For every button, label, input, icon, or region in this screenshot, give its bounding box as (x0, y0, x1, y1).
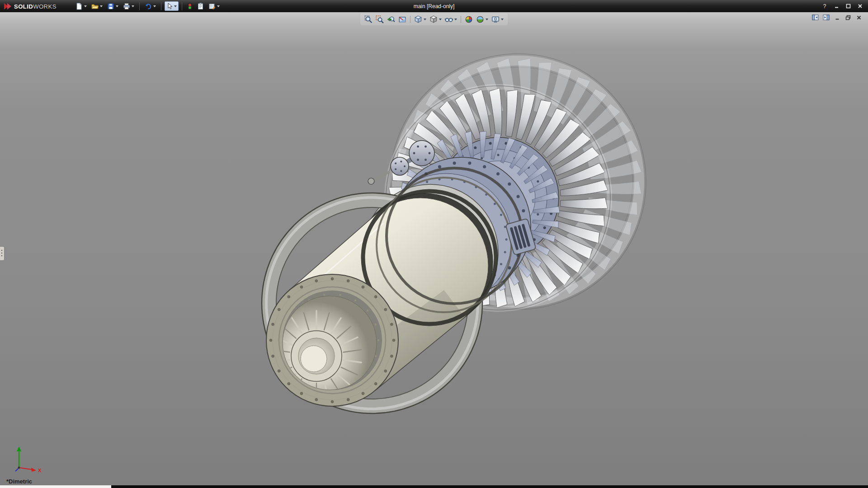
minimize-document-icon (835, 15, 840, 20)
restore-document-button[interactable] (844, 14, 852, 21)
pane-right-button[interactable] (822, 14, 830, 21)
heads-up-view-toolbar (360, 14, 508, 25)
new-document-button[interactable] (74, 1, 89, 11)
document-window-controls (811, 14, 863, 21)
view-settings-icon (491, 15, 500, 23)
section-view-icon (398, 15, 406, 23)
save-icon (107, 3, 114, 10)
taskbar-edge (111, 485, 868, 488)
select-tool-button[interactable] (165, 1, 179, 11)
graphics-viewport[interactable]: X *Dimetric (0, 12, 868, 488)
close-icon (858, 4, 863, 9)
triad-x-label: X (38, 468, 42, 473)
zoom-to-area-icon (376, 15, 384, 23)
previous-view-button[interactable] (386, 14, 396, 24)
engine-model-3d[interactable] (0, 12, 868, 488)
title-bar: SOLIDWORKS (0, 0, 868, 12)
print-icon (123, 3, 130, 10)
window-controls: ? (820, 2, 868, 10)
standard-toolbar (63, 1, 222, 11)
section-view-button[interactable] (397, 14, 407, 24)
pane-left-icon (812, 14, 819, 20)
minimize-icon (834, 4, 839, 9)
file-properties-button[interactable] (195, 1, 206, 11)
help-button[interactable]: ? (820, 2, 829, 10)
view-orientation-button[interactable] (413, 14, 427, 24)
edit-appearance-sphere-icon (465, 15, 473, 23)
bottom-edge-bar (0, 485, 868, 488)
rebuild-traffic-light-icon (187, 3, 193, 10)
options-sheet-icon (208, 3, 216, 10)
print-button[interactable] (121, 1, 136, 11)
options-button[interactable] (207, 1, 222, 11)
brand-text-solid: SOLID (14, 3, 33, 10)
close-document-icon (856, 15, 862, 20)
undo-icon (145, 3, 152, 10)
display-style-cube-icon (429, 15, 438, 23)
pane-left-button[interactable] (811, 14, 819, 21)
hide-show-glasses-icon (445, 15, 453, 23)
zoom-to-fit-icon (364, 15, 373, 23)
view-orientation-label: *Dimetric (6, 478, 32, 485)
undo-button[interactable] (143, 1, 158, 11)
rebuild-button[interactable] (185, 1, 194, 11)
solidworks-logo-icon (4, 3, 12, 10)
edit-appearance-button[interactable] (464, 14, 474, 24)
zoom-to-fit-button[interactable] (363, 14, 373, 24)
featuremanager-flyout-handle[interactable] (0, 246, 5, 261)
close-document-button[interactable] (855, 14, 863, 21)
pane-right-icon (823, 14, 830, 20)
select-cursor-icon (166, 3, 173, 9)
view-orientation-cube-icon (414, 15, 422, 23)
orientation-triad: X (11, 444, 47, 475)
apply-scene-button[interactable] (475, 14, 489, 24)
solidworks-window: SOLIDWORKS (0, 0, 868, 488)
brand-text-works: WORKS (33, 3, 57, 10)
zoom-to-area-button[interactable] (375, 14, 385, 24)
maximize-icon (846, 4, 851, 9)
view-settings-button[interactable] (491, 14, 505, 24)
restore-document-icon (845, 15, 851, 20)
maximize-button[interactable] (844, 2, 853, 10)
display-style-button[interactable] (429, 14, 443, 24)
previous-view-icon (387, 15, 395, 23)
minimize-button[interactable] (832, 2, 841, 10)
apply-scene-icon (476, 15, 484, 23)
file-properties-icon (197, 3, 204, 10)
new-document-icon (75, 3, 83, 10)
solidworks-logo: SOLIDWORKS (0, 0, 63, 12)
hide-show-items-button[interactable] (444, 14, 458, 24)
minimize-document-button[interactable] (833, 14, 841, 21)
close-button[interactable] (855, 2, 864, 10)
save-button[interactable] (105, 1, 120, 11)
open-icon (91, 3, 99, 10)
open-button[interactable] (90, 1, 104, 11)
status-bar-fragment (0, 485, 111, 488)
